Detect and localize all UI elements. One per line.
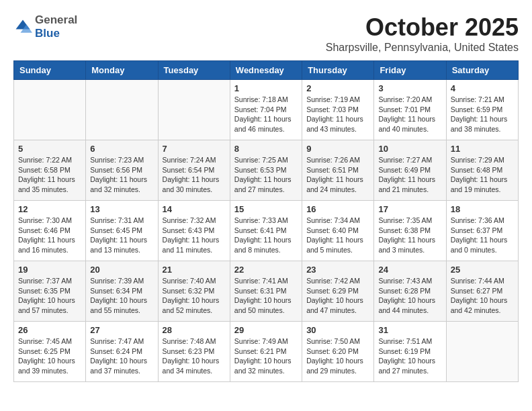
day-info: Sunrise: 7:51 AM Sunset: 6:19 PM Dayligh… (378, 336, 441, 376)
day-number: 8 (234, 144, 298, 154)
day-info: Sunrise: 7:29 AM Sunset: 6:48 PM Dayligh… (451, 155, 514, 195)
calendar-table: SundayMondayTuesdayWednesdayThursdayFrid… (13, 60, 519, 382)
day-number: 17 (378, 204, 441, 214)
calendar-day-29: 29Sunrise: 7:49 AM Sunset: 6:21 PM Dayli… (230, 322, 302, 382)
day-info: Sunrise: 7:45 AM Sunset: 6:25 PM Dayligh… (18, 336, 81, 376)
calendar-week-row: 12Sunrise: 7:30 AM Sunset: 6:46 PM Dayli… (14, 201, 519, 261)
weekday-header-saturday: Saturday (446, 61, 518, 80)
day-number: 1 (234, 83, 298, 93)
calendar-day-27: 27Sunrise: 7:47 AM Sunset: 6:24 PM Dayli… (86, 322, 158, 382)
day-number: 15 (234, 204, 298, 214)
day-info: Sunrise: 7:18 AM Sunset: 7:04 PM Dayligh… (234, 95, 298, 134)
calendar-empty-cell (14, 80, 86, 140)
calendar-day-20: 20Sunrise: 7:39 AM Sunset: 6:34 PM Dayli… (86, 261, 158, 322)
day-number: 5 (18, 144, 81, 154)
weekday-header-row: SundayMondayTuesdayWednesdayThursdayFrid… (14, 61, 519, 80)
calendar-day-26: 26Sunrise: 7:45 AM Sunset: 6:25 PM Dayli… (14, 322, 86, 382)
day-info: Sunrise: 7:33 AM Sunset: 6:41 PM Dayligh… (234, 216, 298, 255)
calendar-day-31: 31Sunrise: 7:51 AM Sunset: 6:19 PM Dayli… (374, 322, 446, 382)
day-info: Sunrise: 7:31 AM Sunset: 6:45 PM Dayligh… (90, 216, 153, 255)
day-info: Sunrise: 7:35 AM Sunset: 6:38 PM Dayligh… (378, 216, 441, 255)
day-info: Sunrise: 7:22 AM Sunset: 6:58 PM Dayligh… (18, 155, 81, 195)
day-number: 31 (378, 325, 441, 335)
day-number: 29 (234, 325, 298, 335)
logo: General Blue (13, 13, 77, 40)
calendar-day-22: 22Sunrise: 7:41 AM Sunset: 6:31 PM Dayli… (230, 261, 302, 322)
day-info: Sunrise: 7:24 AM Sunset: 6:54 PM Dayligh… (163, 155, 226, 195)
calendar-week-row: 1Sunrise: 7:18 AM Sunset: 7:04 PM Daylig… (14, 80, 519, 140)
day-number: 24 (378, 265, 441, 275)
calendar-day-11: 11Sunrise: 7:29 AM Sunset: 6:48 PM Dayli… (446, 140, 518, 201)
calendar-day-1: 1Sunrise: 7:18 AM Sunset: 7:04 PM Daylig… (230, 80, 302, 140)
calendar-week-row: 19Sunrise: 7:37 AM Sunset: 6:35 PM Dayli… (14, 261, 519, 322)
day-number: 3 (378, 83, 441, 93)
calendar-day-15: 15Sunrise: 7:33 AM Sunset: 6:41 PM Dayli… (230, 201, 302, 261)
location: Sharpsville, Pennsylvania, United States (326, 42, 519, 54)
day-number: 13 (90, 204, 153, 214)
day-info: Sunrise: 7:50 AM Sunset: 6:20 PM Dayligh… (306, 336, 369, 376)
day-info: Sunrise: 7:39 AM Sunset: 6:34 PM Dayligh… (90, 276, 153, 316)
day-info: Sunrise: 7:23 AM Sunset: 6:56 PM Dayligh… (90, 155, 153, 195)
calendar-week-row: 26Sunrise: 7:45 AM Sunset: 6:25 PM Dayli… (14, 322, 519, 382)
day-number: 22 (234, 265, 298, 275)
day-number: 4 (451, 83, 514, 93)
day-number: 26 (18, 325, 81, 335)
weekday-header-tuesday: Tuesday (158, 61, 230, 80)
calendar-day-3: 3Sunrise: 7:20 AM Sunset: 7:01 PM Daylig… (374, 80, 446, 140)
weekday-header-sunday: Sunday (14, 61, 86, 80)
day-info: Sunrise: 7:20 AM Sunset: 7:01 PM Dayligh… (378, 95, 441, 134)
day-info: Sunrise: 7:37 AM Sunset: 6:35 PM Dayligh… (18, 276, 81, 316)
calendar-day-6: 6Sunrise: 7:23 AM Sunset: 6:56 PM Daylig… (86, 140, 158, 201)
calendar-day-19: 19Sunrise: 7:37 AM Sunset: 6:35 PM Dayli… (14, 261, 86, 322)
day-number: 2 (306, 83, 369, 93)
day-number: 6 (90, 144, 153, 154)
day-info: Sunrise: 7:44 AM Sunset: 6:27 PM Dayligh… (451, 276, 514, 316)
weekday-header-wednesday: Wednesday (230, 61, 302, 80)
day-number: 11 (451, 144, 514, 154)
day-info: Sunrise: 7:36 AM Sunset: 6:37 PM Dayligh… (451, 216, 514, 255)
day-info: Sunrise: 7:43 AM Sunset: 6:28 PM Dayligh… (378, 276, 441, 316)
day-number: 25 (451, 265, 514, 275)
logo-icon (13, 17, 32, 36)
page-header: General Blue October 2025 Sharpsville, P… (13, 13, 519, 54)
day-info: Sunrise: 7:21 AM Sunset: 6:59 PM Dayligh… (451, 95, 514, 134)
calendar-day-16: 16Sunrise: 7:34 AM Sunset: 6:40 PM Dayli… (302, 201, 374, 261)
day-number: 16 (306, 204, 369, 214)
calendar-day-2: 2Sunrise: 7:19 AM Sunset: 7:03 PM Daylig… (302, 80, 374, 140)
day-number: 18 (451, 204, 514, 214)
calendar-week-row: 5Sunrise: 7:22 AM Sunset: 6:58 PM Daylig… (14, 140, 519, 201)
logo-text: General Blue (35, 13, 77, 40)
calendar-day-13: 13Sunrise: 7:31 AM Sunset: 6:45 PM Dayli… (86, 201, 158, 261)
calendar-day-14: 14Sunrise: 7:32 AM Sunset: 6:43 PM Dayli… (158, 201, 230, 261)
day-number: 19 (18, 265, 81, 275)
calendar-day-8: 8Sunrise: 7:25 AM Sunset: 6:53 PM Daylig… (230, 140, 302, 201)
day-number: 9 (306, 144, 369, 154)
calendar-empty-cell (158, 80, 230, 140)
day-number: 20 (90, 265, 153, 275)
day-number: 21 (163, 265, 226, 275)
day-info: Sunrise: 7:25 AM Sunset: 6:53 PM Dayligh… (234, 155, 298, 195)
day-info: Sunrise: 7:49 AM Sunset: 6:21 PM Dayligh… (234, 336, 298, 376)
day-number: 30 (306, 325, 369, 335)
calendar-day-25: 25Sunrise: 7:44 AM Sunset: 6:27 PM Dayli… (446, 261, 518, 322)
calendar-day-4: 4Sunrise: 7:21 AM Sunset: 6:59 PM Daylig… (446, 80, 518, 140)
month-title: October 2025 (326, 13, 519, 42)
day-info: Sunrise: 7:41 AM Sunset: 6:31 PM Dayligh… (234, 276, 298, 316)
day-number: 28 (163, 325, 226, 335)
logo-general: General (35, 13, 77, 27)
calendar-day-9: 9Sunrise: 7:26 AM Sunset: 6:51 PM Daylig… (302, 140, 374, 201)
calendar-day-21: 21Sunrise: 7:40 AM Sunset: 6:32 PM Dayli… (158, 261, 230, 322)
day-info: Sunrise: 7:47 AM Sunset: 6:24 PM Dayligh… (90, 336, 153, 376)
day-number: 7 (163, 144, 226, 154)
day-info: Sunrise: 7:27 AM Sunset: 6:49 PM Dayligh… (378, 155, 441, 195)
calendar-day-7: 7Sunrise: 7:24 AM Sunset: 6:54 PM Daylig… (158, 140, 230, 201)
day-number: 10 (378, 144, 441, 154)
calendar-day-30: 30Sunrise: 7:50 AM Sunset: 6:20 PM Dayli… (302, 322, 374, 382)
day-number: 12 (18, 204, 81, 214)
calendar-day-18: 18Sunrise: 7:36 AM Sunset: 6:37 PM Dayli… (446, 201, 518, 261)
calendar-day-12: 12Sunrise: 7:30 AM Sunset: 6:46 PM Dayli… (14, 201, 86, 261)
day-info: Sunrise: 7:26 AM Sunset: 6:51 PM Dayligh… (306, 155, 369, 195)
calendar-day-17: 17Sunrise: 7:35 AM Sunset: 6:38 PM Dayli… (374, 201, 446, 261)
weekday-header-thursday: Thursday (302, 61, 374, 80)
day-info: Sunrise: 7:48 AM Sunset: 6:23 PM Dayligh… (163, 336, 226, 376)
